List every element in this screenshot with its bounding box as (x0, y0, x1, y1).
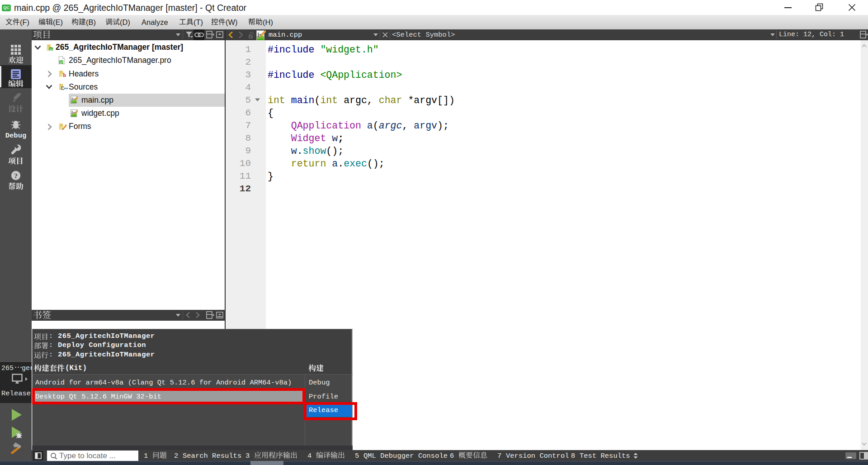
svg-text:?: ? (14, 172, 18, 180)
svg-text:Qt: Qt (60, 61, 63, 64)
svg-text:Qt: Qt (49, 47, 52, 50)
svg-text:h: h (63, 72, 66, 78)
svg-text:C: C (61, 85, 65, 91)
